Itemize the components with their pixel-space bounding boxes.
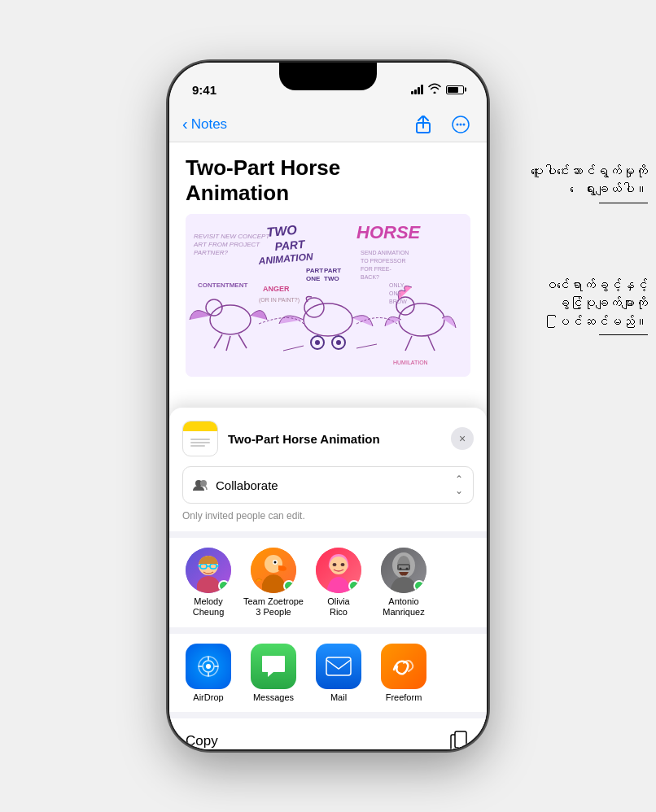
svg-point-4	[463, 123, 466, 125]
svg-point-58	[333, 563, 337, 566]
app-name: Messages	[253, 692, 294, 702]
svg-text:CONTENTMENT: CONTENTMENT	[198, 282, 247, 289]
svg-text:PART: PART	[306, 267, 323, 274]
contact-name: Team Zoetrope3 People	[243, 596, 304, 618]
apps-row: AirDrop Messages Mail	[169, 634, 487, 712]
list-item[interactable]: AirDrop	[176, 644, 241, 702]
svg-point-68	[206, 664, 211, 669]
svg-point-46	[200, 480, 207, 487]
svg-rect-69	[326, 657, 351, 675]
notch	[279, 63, 377, 90]
wifi-icon	[428, 83, 441, 96]
list-item[interactable]: Freeform	[371, 644, 436, 702]
freeform-icon	[381, 644, 426, 689]
status-time: 9:41	[192, 83, 216, 97]
collaborate-row[interactable]: Collaborate ⌃⌄	[182, 466, 474, 504]
svg-point-2	[457, 123, 459, 125]
annotation-item: ဝင်ရောက်ခွင့်နှင့်ခွင့်ပြုချက်များကိုပြင…	[453, 277, 648, 335]
online-indicator	[413, 580, 425, 592]
svg-point-29	[315, 340, 320, 345]
svg-point-3	[460, 123, 462, 125]
avatar	[381, 548, 426, 593]
share-title-row: Two-Part Horse Animation ×	[182, 421, 474, 456]
svg-point-59	[341, 563, 345, 566]
online-indicator	[348, 580, 360, 592]
annotation-item: ပူးပေါင်းဆောင်ရွက်မှုကိုရွေးချယ်ပါ။	[453, 163, 648, 203]
svg-text:PART: PART	[324, 267, 341, 274]
svg-text:FOR FREE-: FOR FREE-	[361, 266, 391, 272]
annotation-panel: ပူးပေါင်းဆောင်ရွက်မှုကိုရွေးချယ်ပါ။ ဝင်ရ…	[453, 163, 648, 335]
svg-text:TWO: TWO	[324, 275, 339, 282]
annotation-text: ဝင်ရောက်ခွင့်နှင့်ခွင့်ပြုချက်များကိုပြင…	[544, 277, 648, 331]
svg-point-65	[406, 568, 409, 570]
svg-text:TO PROFESSOR: TO PROFESSOR	[361, 258, 406, 264]
avatar	[251, 548, 296, 593]
phone-frame: 9:41 ‹ Notes	[169, 63, 487, 749]
note-icon	[182, 421, 218, 456]
copy-label: Copy	[186, 733, 218, 749]
svg-text:(OR IN PAINT?): (OR IN PAINT?)	[259, 297, 300, 303]
chevron-updown-icon: ⌃⌄	[455, 474, 463, 496]
note-content: Two-Part HorseAnimation REVISIT NEW CONC…	[169, 142, 487, 386]
copy-icon	[448, 730, 470, 749]
list-item[interactable]: Team Zoetrope3 People	[241, 548, 306, 618]
online-indicator	[283, 580, 295, 592]
svg-text:ANGER: ANGER	[263, 285, 290, 293]
svg-text:REVISIT NEW CONCEPT: REVISIT NEW CONCEPT	[194, 233, 270, 240]
back-label: Notes	[191, 116, 227, 133]
svg-point-64	[400, 568, 402, 570]
online-indicator	[218, 580, 230, 592]
nav-actions	[410, 111, 474, 138]
app-name: Freeform	[386, 692, 422, 702]
share-note-title: Two-Part Horse Animation	[228, 432, 441, 446]
share-button[interactable]	[410, 111, 436, 138]
svg-point-30	[336, 340, 341, 345]
nav-bar: ‹ Notes	[169, 107, 487, 142]
list-item[interactable]: MelodyCheung	[176, 548, 241, 618]
share-sheet: Two-Part Horse Animation × Collaborate ⌃…	[169, 408, 487, 749]
status-bar: 9:41	[169, 63, 487, 107]
chevron-left-icon: ‹	[182, 115, 188, 133]
note-title: Two-Part HorseAnimation	[186, 155, 470, 206]
contact-name: MelodyCheung	[193, 596, 225, 618]
back-button[interactable]: ‹ Notes	[182, 115, 227, 133]
collaborate-label: Collaborate	[216, 478, 455, 492]
close-share-button[interactable]: ×	[451, 427, 474, 450]
status-icons	[411, 83, 464, 96]
svg-text:BROW: BROW	[389, 299, 407, 304]
svg-text:ONE: ONE	[389, 290, 402, 296]
contacts-row: MelodyCheung	[169, 538, 487, 627]
svg-text:SEND ANIMATION: SEND ANIMATION	[361, 250, 409, 255]
contact-name: AntonioManriquez	[383, 596, 424, 618]
svg-text:PART: PART	[274, 238, 307, 253]
app-name: Mail	[330, 692, 347, 702]
svg-point-55	[274, 561, 277, 564]
svg-text:ART FROM PROJECT: ART FROM PROJECT	[193, 241, 260, 248]
svg-text:HORSE: HORSE	[356, 222, 422, 242]
list-item[interactable]: Messages	[241, 644, 306, 702]
battery-icon	[446, 85, 464, 94]
contact-name: OliviaRico	[327, 596, 350, 618]
permissions-text: Only invited people can edit.	[182, 510, 474, 522]
note-sketch-image: REVISIT NEW CONCEPT ART FROM PROJECT PAR…	[186, 214, 470, 377]
mail-icon	[316, 644, 361, 689]
svg-text:ONLY: ONLY	[389, 282, 405, 288]
list-item[interactable]: Mail	[306, 644, 371, 702]
svg-text:BACK?: BACK?	[361, 274, 379, 280]
airdrop-icon	[186, 644, 231, 689]
svg-text:ONE: ONE	[306, 275, 321, 282]
avatar	[186, 548, 231, 593]
collaborate-icon	[193, 478, 209, 491]
list-item[interactable]: OliviaRico	[306, 548, 371, 618]
share-header: Two-Part Horse Animation × Collaborate ⌃…	[169, 408, 487, 531]
annotation-text: ပူးပေါင်းဆောင်ရွက်မှုကိုရွေးချယ်ပါ။	[531, 163, 648, 199]
messages-icon	[251, 644, 296, 689]
svg-text:HUMILATION: HUMILATION	[393, 360, 428, 365]
list-item[interactable]: AntonioManriquez	[371, 548, 436, 618]
avatar	[316, 548, 361, 593]
svg-rect-71	[455, 731, 466, 748]
svg-text:TWO: TWO	[266, 223, 298, 239]
more-button[interactable]	[448, 111, 474, 138]
signal-bars-icon	[411, 85, 423, 94]
copy-row[interactable]: Copy	[169, 718, 487, 749]
